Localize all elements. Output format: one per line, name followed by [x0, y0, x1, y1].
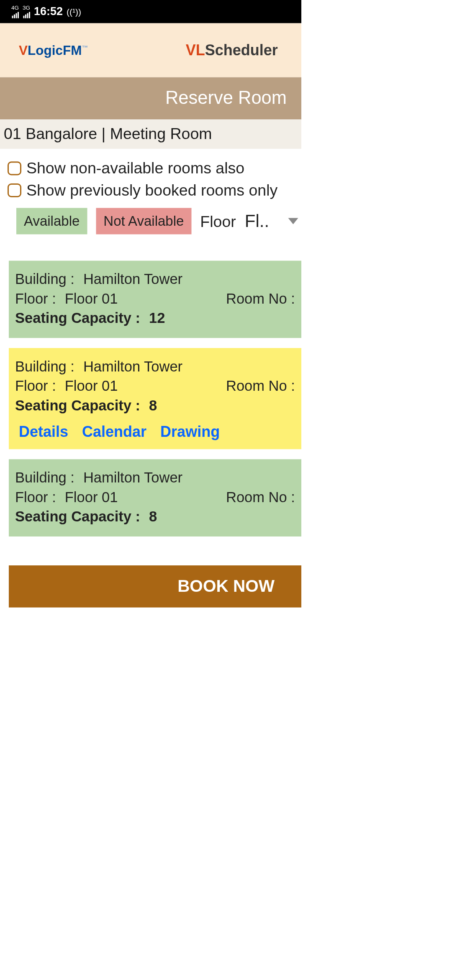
capacity-value: 8 — [149, 397, 157, 414]
room-list: Building :Hamilton Tower Floor :Floor 01… — [0, 261, 301, 537]
floor-select[interactable]: Fl.. — [245, 211, 298, 231]
signal-2-icon — [23, 11, 30, 18]
floor-label: Floor : — [15, 489, 56, 506]
legend-not-available: Not Available — [96, 208, 191, 235]
floor-select-value: Fl.. — [245, 211, 269, 231]
room-card[interactable]: Building :Hamilton Tower Floor :Floor 01… — [9, 261, 301, 338]
building-value: Hamilton Tower — [83, 469, 182, 487]
building-label: Building : — [15, 271, 74, 288]
network-2-label: 3G — [23, 5, 30, 11]
clock-time: 16:52 — [34, 5, 63, 18]
link-drawing[interactable]: Drawing — [160, 423, 220, 441]
floor-label: Floor : — [15, 290, 56, 307]
building-label: Building : — [15, 469, 74, 487]
link-calendar[interactable]: Calendar — [82, 423, 146, 441]
checkbox-label: Show non-available rooms also — [26, 159, 244, 178]
capacity-label: Seating Capacity : — [15, 310, 140, 327]
capacity-value: 8 — [149, 508, 157, 526]
room-no-label: Room No : — [226, 489, 295, 506]
checkbox-non-available[interactable]: Show non-available rooms also — [8, 159, 301, 178]
chevron-down-icon — [288, 218, 298, 224]
link-details[interactable]: Details — [19, 423, 68, 441]
checkbox-label: Show previously booked rooms only — [26, 181, 277, 199]
floor-value: Floor 01 — [65, 489, 118, 506]
room-card[interactable]: Building :Hamilton Tower Floor :Floor 01… — [9, 348, 301, 449]
breadcrumb: 01 Bangalore | Meeting Room — [0, 119, 301, 149]
building-value: Hamilton Tower — [83, 271, 182, 288]
building-label: Building : — [15, 358, 74, 375]
legend-available: Available — [16, 208, 87, 235]
floor-label: Floor — [200, 212, 236, 230]
floor-value: Floor 01 — [65, 378, 118, 395]
page-title: Reserve Room — [0, 77, 301, 120]
floor-label: Floor : — [15, 378, 56, 395]
signal-1-icon — [12, 11, 19, 18]
logo-vlscheduler: VLScheduler — [186, 41, 278, 59]
checkbox-icon — [8, 183, 21, 197]
logo-vlogicfm: VLogicFM™ — [19, 43, 88, 58]
book-now-button[interactable]: BOOK NOW — [9, 565, 301, 608]
room-no-label: Room No : — [226, 290, 295, 307]
filters-panel: Show non-available rooms also Show previ… — [0, 149, 301, 243]
status-bar: 4G 3G 16:52 ((¹)) Vo)) LTE1 4G 53 — [0, 0, 301, 23]
room-card[interactable]: Building :Hamilton Tower Floor :Floor 01… — [9, 459, 301, 537]
capacity-label: Seating Capacity : — [15, 397, 140, 414]
capacity-label: Seating Capacity : — [15, 508, 140, 526]
floor-value: Floor 01 — [65, 290, 118, 307]
capacity-value: 12 — [149, 310, 165, 327]
building-value: Hamilton Tower — [83, 358, 182, 375]
checkbox-icon — [8, 161, 21, 175]
room-no-label: Room No : — [226, 378, 295, 395]
checkbox-previously-booked[interactable]: Show previously booked rooms only — [8, 181, 301, 199]
app-header: VLogicFM™ VLScheduler Home Profile — [0, 23, 301, 77]
hotspot-icon: ((¹)) — [67, 7, 81, 17]
network-1-label: 4G — [11, 5, 19, 11]
